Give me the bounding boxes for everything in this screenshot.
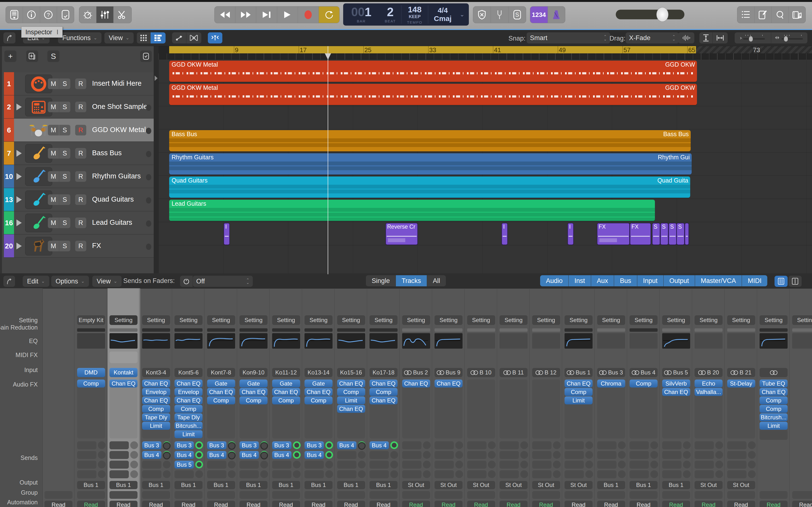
automation-mode-button[interactable]: Read: [695, 501, 723, 507]
setting-button[interactable]: Setting: [467, 315, 495, 325]
send-empty-slot[interactable]: [597, 470, 616, 478]
disclosure-triangle-icon[interactable]: [16, 196, 22, 203]
audio-fx-slot[interactable]: Tube EQ: [760, 380, 788, 388]
mute-button[interactable]: M: [48, 241, 59, 251]
audio-fx-slot[interactable]: Comp: [760, 405, 788, 413]
group-slot[interactable]: [240, 491, 267, 499]
record-enable-button[interactable]: R: [75, 78, 86, 89]
fx-region[interactable]: I: [223, 223, 230, 245]
audio-fx-slot[interactable]: Limit: [142, 422, 170, 430]
eq-thumbnail[interactable]: [337, 333, 365, 349]
channel-strip-midi[interactable]: Read: [43, 288, 75, 507]
mixer-filter-midi[interactable]: MIDI: [742, 275, 767, 286]
duplicate-track-button[interactable]: [26, 50, 38, 62]
header-options-icon[interactable]: [140, 50, 152, 62]
audio-fx-slot[interactable]: Chan EQ: [369, 380, 398, 388]
send-empty-slot[interactable]: [532, 441, 552, 449]
group-slot[interactable]: [305, 491, 333, 499]
group-slot[interactable]: [337, 491, 365, 499]
eq-thumbnail[interactable]: [727, 333, 755, 349]
track-onoff-dot[interactable]: [146, 174, 151, 180]
setting-button[interactable]: Setting: [435, 315, 463, 325]
channel-strip-Kontakt[interactable]: SettingKontaktChan EQBus 1Read: [108, 288, 140, 507]
folder-region[interactable]: Bass BusBass Bus: [169, 130, 691, 151]
cycle-button[interactable]: [319, 6, 339, 23]
output-slot[interactable]: St Out: [532, 481, 560, 489]
output-slot[interactable]: Bus 1: [207, 481, 235, 489]
send-knob[interactable]: [228, 441, 236, 450]
send-empty-slot[interactable]: [109, 441, 129, 449]
input-slot[interactable]: B 21: [727, 368, 755, 377]
send-empty-slot[interactable]: [174, 470, 194, 478]
automation-mode-button[interactable]: Read: [435, 501, 463, 507]
input-slot[interactable]: Kont3-4: [142, 368, 170, 377]
mixer-edit-menu[interactable]: Edit⌄: [23, 276, 49, 287]
list-editors-icon[interactable]: [737, 6, 755, 23]
group-slot[interactable]: [727, 491, 755, 499]
send-knob[interactable]: [195, 461, 203, 468]
eq-thumbnail[interactable]: [109, 333, 138, 349]
automation-mode-button[interactable]: Read: [467, 501, 495, 507]
output-slot[interactable]: Bus 1: [142, 481, 170, 489]
eq-thumbnail[interactable]: [500, 333, 527, 349]
channel-strip-Ko17-18[interactable]: SettingKo17-18Chan EQCompChan EQBus 4Bus…: [367, 288, 400, 507]
setting-button[interactable]: Setting: [109, 315, 138, 325]
solo-button[interactable]: S: [59, 125, 70, 135]
send-empty-slot[interactable]: [207, 470, 226, 478]
flex-icon[interactable]: [186, 32, 201, 44]
lcd-display[interactable]: 001 BAR 2 BEAT 148 KEEP TEMPO 4/4 Cmaj ⌄: [343, 3, 469, 25]
mute-button[interactable]: M: [48, 148, 59, 159]
mixer-filter-audio[interactable]: Audio: [540, 275, 569, 286]
send-empty-slot[interactable]: [597, 451, 616, 459]
input-slot[interactable]: Bus 1: [564, 368, 593, 377]
eq-thumbnail[interactable]: [240, 333, 267, 349]
send-empty-slot[interactable]: [109, 451, 129, 459]
send-empty-slot[interactable]: [369, 451, 389, 459]
send-empty-slot[interactable]: [337, 451, 356, 459]
input-slot[interactable]: Bus 2: [402, 368, 430, 377]
forward-button[interactable]: [236, 6, 256, 23]
mixer-filter-mastervca[interactable]: Master/VCA: [695, 275, 742, 286]
setting-button[interactable]: Setting: [337, 315, 365, 325]
mute-button[interactable]: M: [48, 171, 59, 182]
track-onoff-dot[interactable]: [146, 151, 151, 157]
vertical-zoom-slider[interactable]: [735, 32, 771, 44]
folder-region[interactable]: Rhythm GuitarsRhythm Gui: [169, 153, 692, 175]
setting-button[interactable]: Setting: [240, 315, 267, 325]
quick-controls-icon[interactable]: [79, 6, 96, 23]
channel-strip-Kon9-10[interactable]: SettingKon9-10GateChan EQCompBus 3Bus 4B…: [238, 288, 270, 507]
rewind-button[interactable]: [215, 6, 236, 23]
send-empty-slot[interactable]: [467, 451, 487, 459]
send-empty-slot[interactable]: [662, 461, 681, 469]
audio-fx-slot[interactable]: Comp: [629, 380, 658, 388]
fx-region[interactable]: S: [660, 223, 668, 245]
audio-fx-slot[interactable]: Gate: [240, 380, 267, 388]
send-slot[interactable]: Bus 4: [369, 441, 389, 449]
output-slot[interactable]: St Out: [435, 481, 463, 489]
lcd-chevron-icon[interactable]: ⌄: [457, 3, 467, 25]
fx-region[interactable]: S: [668, 223, 677, 245]
audio-fx-slot[interactable]: Chan EQ: [369, 396, 398, 404]
send-empty-slot[interactable]: [369, 470, 389, 478]
disclosure-triangle-icon[interactable]: [16, 150, 22, 157]
track-header-one-shot-samples[interactable]: 2MSROne Shot Samples: [4, 95, 158, 119]
solo-button[interactable]: S: [59, 148, 70, 159]
folder-region[interactable]: Lead Guitars: [169, 200, 655, 221]
audio-fx-slot[interactable]: Chan EQ: [402, 380, 430, 388]
send-empty-slot[interactable]: [695, 441, 714, 449]
audio-fx-slot[interactable]: Limit: [564, 396, 593, 404]
channel-strip-Bus 5[interactable]: SettingBus 5SilvVerbChan EQBus 1Read: [660, 288, 693, 507]
global-solo-button[interactable]: S: [47, 50, 59, 62]
automation-mode-button[interactable]: Read: [662, 501, 690, 507]
channel-strip-Kont7-8[interactable]: SettingKont7-8GateChan EQCompBus 3Bus 4B…: [205, 288, 238, 507]
output-slot[interactable]: Bus 1: [629, 481, 658, 489]
automation-mode-button[interactable]: Read: [727, 501, 755, 507]
automation-mode-button[interactable]: Read: [272, 501, 300, 507]
channel-strip-Kont3-4[interactable]: SettingKont3-4Chan EQEnvelopChan EQCompT…: [140, 288, 173, 507]
output-slot[interactable]: Bus 1: [174, 481, 203, 489]
setting-button[interactable]: Setting: [369, 315, 398, 325]
audio-fx-slot[interactable]: Comp: [142, 405, 170, 413]
vertical-auto-zoom-icon[interactable]: [699, 32, 712, 44]
group-slot[interactable]: [760, 491, 788, 499]
send-empty-slot[interactable]: [240, 470, 259, 478]
